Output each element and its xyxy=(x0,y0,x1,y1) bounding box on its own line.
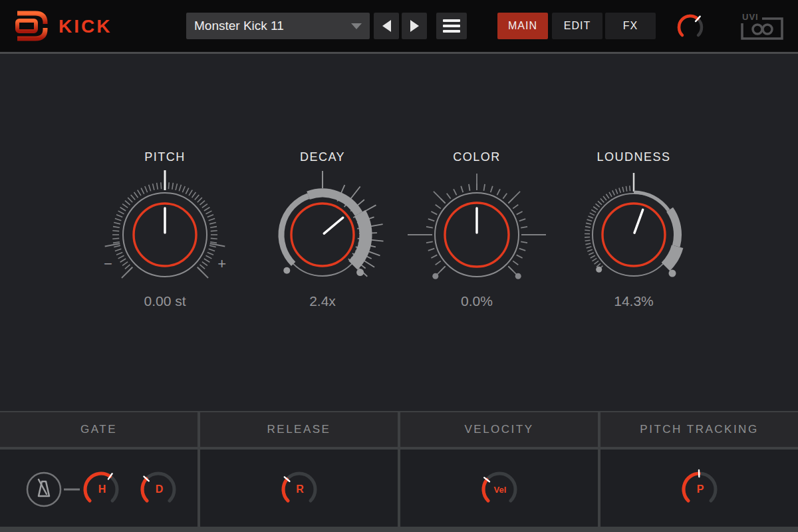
pitch-label: PITCH xyxy=(92,150,238,164)
arrow-left-icon xyxy=(382,20,391,32)
uvi-brand-text: UVI xyxy=(742,12,759,22)
hamburger-icon xyxy=(443,19,460,22)
pitch-plus-label: + xyxy=(217,255,226,273)
pitch-knob-section: PITCH − + 0.00 st xyxy=(92,150,238,309)
loudness-knob-section: LOUDNESS 14.3% xyxy=(561,150,707,309)
tab-main[interactable]: MAIN xyxy=(497,13,548,39)
gate-decay-knob-label: D xyxy=(137,468,180,511)
pitch-tracking-knob[interactable]: P xyxy=(678,468,721,511)
loudness-knob[interactable] xyxy=(567,168,700,301)
decay-knob-section: DECAY 2.4x xyxy=(249,150,396,309)
gate-decay-knob[interactable]: D xyxy=(137,468,180,511)
bottom-panel-row: GATE H D RELEASE R xyxy=(0,411,798,532)
release-title: RELEASE xyxy=(200,412,398,447)
decay-label: DECAY xyxy=(249,150,396,164)
connector-dash xyxy=(64,489,80,491)
loudness-label: LOUDNESS xyxy=(561,150,707,164)
release-panel: RELEASE R xyxy=(200,412,398,527)
velocity-title: VELOCITY xyxy=(400,412,598,447)
release-knob-label: R xyxy=(278,468,321,511)
metronome-icon[interactable] xyxy=(25,471,63,508)
velocity-panel: VELOCITY Vel xyxy=(400,412,598,527)
kick-logo-icon xyxy=(12,7,48,45)
top-bar: KICK Monster Kick 11 MAIN EDIT FX UVI xyxy=(0,0,798,54)
master-volume-knob[interactable] xyxy=(672,9,709,46)
arrow-right-icon xyxy=(410,20,419,32)
color-knob-section: COLOR 0.0% xyxy=(404,150,550,309)
next-preset-button[interactable] xyxy=(402,13,427,39)
decay-knob[interactable] xyxy=(256,168,389,301)
gate-panel: GATE H D xyxy=(0,412,198,527)
color-knob[interactable] xyxy=(410,168,543,301)
tab-edit[interactable]: EDIT xyxy=(552,13,602,39)
gate-hold-knob[interactable]: H xyxy=(80,468,122,511)
velocity-knob[interactable]: Vel xyxy=(478,468,521,511)
uvi-logo: UVI xyxy=(739,12,785,44)
previous-preset-button[interactable] xyxy=(374,13,399,39)
pitch-tracking-title: PITCH TRACKING xyxy=(600,412,798,447)
pitch-tracking-panel: PITCH TRACKING P xyxy=(600,412,798,527)
pitch-tracking-knob-label: P xyxy=(678,468,721,511)
pitch-knob[interactable] xyxy=(98,168,231,301)
menu-button[interactable] xyxy=(436,13,467,39)
preset-selector[interactable]: Monster Kick 11 xyxy=(186,13,370,39)
preset-name: Monster Kick 11 xyxy=(194,19,284,33)
color-label: COLOR xyxy=(404,150,550,164)
tab-fx[interactable]: FX xyxy=(605,13,656,39)
gate-title: GATE xyxy=(0,412,198,447)
app-title: KICK xyxy=(59,16,112,37)
chevron-down-icon xyxy=(351,23,362,29)
velocity-knob-label: Vel xyxy=(478,468,521,511)
gate-hold-knob-label: H xyxy=(80,468,122,511)
release-knob[interactable]: R xyxy=(278,468,321,511)
pitch-minus-label: − xyxy=(104,255,112,273)
